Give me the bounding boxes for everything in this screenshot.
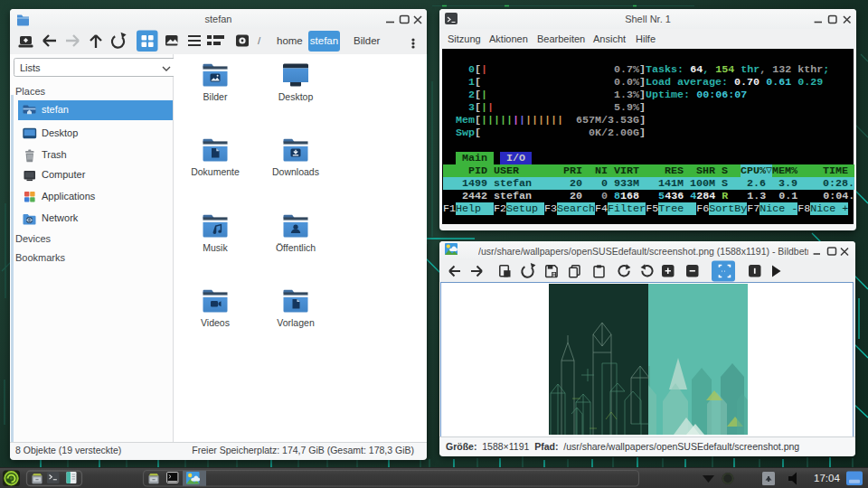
svg-text:Downloads: Downloads	[272, 166, 319, 177]
svg-text:Desktop: Desktop	[278, 91, 314, 102]
svg-text:Videos: Videos	[201, 317, 230, 328]
svg-text:Vorlagen: Vorlagen	[277, 317, 315, 328]
svg-text:Dokumente: Dokumente	[191, 166, 240, 177]
svg-text:Musik: Musik	[203, 242, 228, 253]
svg-text:Öffentlich: Öffentlich	[276, 242, 316, 253]
svg-text:Bilder: Bilder	[203, 91, 228, 102]
